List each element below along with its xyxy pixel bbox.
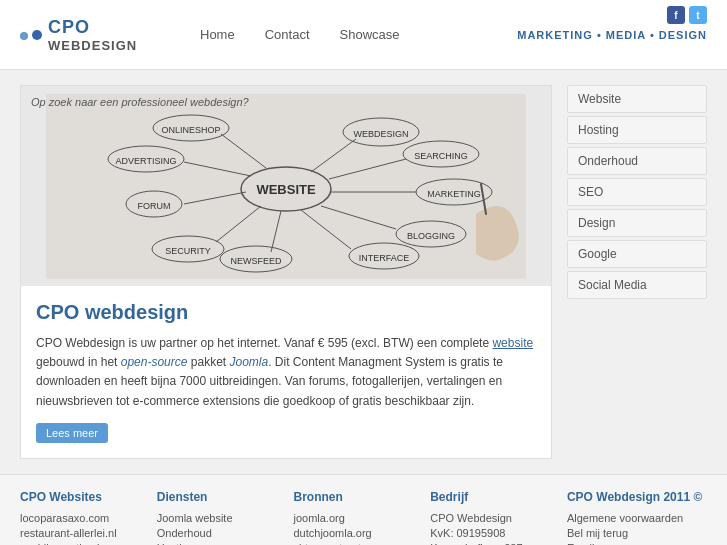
content-wrapper: Op zoek naar een professioneel webdesign… [0,70,727,474]
svg-text:FORUM: FORUM [138,201,171,211]
tagline: MARKETING • MEDIA • DESIGN [517,29,707,41]
logo-cpo: CPO [48,17,90,37]
sidebar-item-website[interactable]: Website [567,85,707,113]
facebook-icon[interactable]: f [667,6,685,24]
logo-dots [20,30,42,40]
nav-home[interactable]: Home [200,27,235,42]
sidebar-item-design[interactable]: Design [567,209,707,237]
footer-link-2-1[interactable]: dutchjoomla.org [293,527,410,539]
svg-text:BLOGGING: BLOGGING [407,231,455,241]
main-nav: Home Contact Showcase [200,27,517,42]
logo-dot-small [20,32,28,40]
footer-link-0-1[interactable]: restaurant-allerlei.nl [20,527,137,539]
article-body: CPO Webdesign is uw partner op het inter… [36,334,536,411]
hero-area: Op zoek naar een professioneel webdesign… [21,86,551,286]
logo[interactable]: CPO WEBDESIGN [48,17,180,53]
sidebar-item-hosting[interactable]: Hosting [567,116,707,144]
footer-col-diensten: Diensten Joomla website Onderhoud Hostin… [157,490,274,545]
footer-link-0-0[interactable]: locoparasaxo.com [20,512,137,524]
footer-col-bedrijf: Bedrijf CPO Webdesign KvK: 09195908 Krav… [430,490,547,545]
svg-text:SEARCHING: SEARCHING [414,151,468,161]
svg-text:MARKETING: MARKETING [427,189,481,199]
read-more-button[interactable]: Lees meer [36,423,108,443]
footer-link-1-0[interactable]: Joomla website [157,512,274,524]
nav-showcase[interactable]: Showcase [340,27,400,42]
logo-dot-large [32,30,42,40]
footer-col-cpo-title: CPO Webdesign 2011 © [567,490,707,504]
footer-link-4-0[interactable]: Algemene voorwaarden [567,512,707,524]
footer-col-cpo: CPO Webdesign 2011 © Algemene voorwaarde… [567,490,707,545]
footer-col-bronnen-title: Bronnen [293,490,410,504]
svg-text:SECURITY: SECURITY [165,246,211,256]
joomla-link[interactable]: Joomla [229,355,268,369]
article-content: CPO webdesign CPO Webdesign is uw partne… [21,286,551,458]
footer-col-websites-title: CPO Websites [20,490,137,504]
sidebar: Website Hosting Onderhoud SEO Design Goo… [567,85,707,459]
footer-col-websites: CPO Websites locoparasaxo.com restaurant… [20,490,137,545]
svg-text:WEBSITE: WEBSITE [256,182,316,197]
article-text-3: pakket [187,355,229,369]
footer-col-bedrijf-title: Bedrijf [430,490,547,504]
opensource-link[interactable]: open-source [121,355,188,369]
mindmap-container: WEBSITE WEBDESIGN SEARCHING MARKETING [21,86,551,286]
main-content: Op zoek naar een professioneel webdesign… [20,85,552,459]
svg-text:ADVERTISING: ADVERTISING [116,156,177,166]
sidebar-item-social-media[interactable]: Social Media [567,271,707,299]
footer-link-1-1[interactable]: Onderhoud [157,527,274,539]
sidebar-item-google[interactable]: Google [567,240,707,268]
hero-caption: Op zoek naar een professioneel webdesign… [31,96,249,108]
logo-area: CPO WEBDESIGN [20,17,180,53]
footer: CPO Websites locoparasaxo.com restaurant… [0,474,727,545]
mindmap-svg: WEBSITE WEBDESIGN SEARCHING MARKETING [46,94,526,279]
footer-link-3-0[interactable]: CPO Webdesign [430,512,547,524]
sidebar-item-seo[interactable]: SEO [567,178,707,206]
footer-link-2-0[interactable]: joomla.org [293,512,410,524]
nav-contact[interactable]: Contact [265,27,310,42]
footer-link-3-1[interactable]: KvK: 09195908 [430,527,547,539]
twitter-icon[interactable]: t [689,6,707,24]
social-icons: f t [667,6,707,24]
header: CPO WEBDESIGN Home Contact Showcase MARK… [0,0,727,70]
article-title: CPO webdesign [36,301,536,324]
svg-text:ONLINESHOP: ONLINESHOP [161,125,220,135]
svg-text:INTERFACE: INTERFACE [359,253,410,263]
svg-text:WEBDESIGN: WEBDESIGN [353,129,408,139]
sidebar-item-onderhoud[interactable]: Onderhoud [567,147,707,175]
footer-col-diensten-title: Diensten [157,490,274,504]
article-text-1: CPO Webdesign is uw partner op het inter… [36,336,492,350]
article-text-2: gebouwd in het [36,355,121,369]
footer-col-bronnen: Bronnen joomla.org dutchjoomla.org virtu… [293,490,410,545]
website-link[interactable]: website [492,336,533,350]
svg-text:NEWSFEED: NEWSFEED [230,256,282,266]
footer-link-4-1[interactable]: Bel mij terug [567,527,707,539]
logo-web: WEBDESIGN [48,38,137,53]
